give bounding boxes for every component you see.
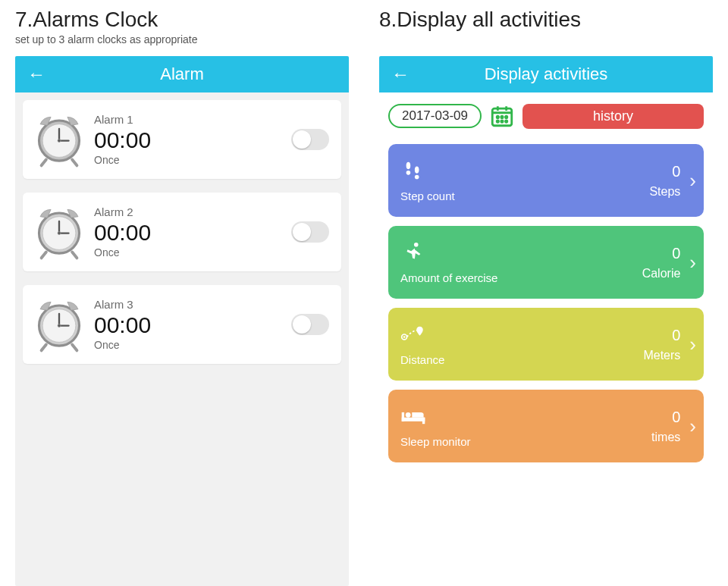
alarm-time: 00:00 bbox=[94, 127, 291, 152]
svg-point-25 bbox=[414, 242, 419, 246]
back-arrow-icon[interactable]: ← bbox=[391, 64, 410, 85]
svg-rect-30 bbox=[422, 417, 425, 424]
activity-value: 0 bbox=[649, 163, 680, 180]
svg-point-19 bbox=[497, 116, 498, 118]
activity-label: Sleep monitor bbox=[400, 435, 471, 448]
svg-point-20 bbox=[501, 116, 503, 118]
alarm-toggle[interactable] bbox=[291, 129, 329, 150]
alarm-repeat: Once bbox=[94, 154, 291, 166]
alarm-toggle[interactable] bbox=[291, 221, 329, 243]
activity-card-exercise[interactable]: Amount of exercise 0 Calorie › bbox=[388, 226, 704, 299]
chevron-right-icon: › bbox=[689, 169, 696, 193]
section-subtitle-alarm: set up to 3 alarm clocks as appropriate bbox=[15, 33, 349, 47]
alarm-name: Alarm 1 bbox=[94, 113, 291, 126]
alarm-toggle[interactable] bbox=[291, 314, 329, 335]
alarm-time: 00:00 bbox=[94, 312, 291, 337]
activities-topbar: ← Display activities bbox=[379, 56, 713, 92]
svg-point-4 bbox=[58, 139, 61, 143]
svg-point-23 bbox=[501, 121, 503, 122]
alarm-topbar: ← Alarm bbox=[15, 56, 349, 92]
alarm-time: 00:00 bbox=[94, 220, 291, 245]
activity-label: Amount of exercise bbox=[400, 271, 497, 284]
activity-value: 0 bbox=[643, 327, 680, 344]
activity-unit: Meters bbox=[643, 349, 680, 362]
section-title-activities: 8.Display all activities bbox=[379, 8, 713, 32]
activity-card-steps[interactable]: Step count 0 Steps › bbox=[388, 144, 704, 217]
chevron-right-icon: › bbox=[689, 251, 696, 274]
svg-rect-29 bbox=[402, 412, 404, 421]
chevron-right-icon: › bbox=[689, 333, 696, 356]
section-subtitle-activities bbox=[379, 33, 713, 47]
svg-point-24 bbox=[506, 121, 507, 122]
activities-topbar-title: Display activities bbox=[485, 64, 608, 84]
footprints-icon bbox=[400, 159, 455, 182]
svg-point-21 bbox=[506, 116, 507, 118]
activity-list: Step count 0 Steps › Amount of exercise … bbox=[379, 138, 713, 586]
section-title-alarm: 7.Alarms Clock bbox=[15, 8, 349, 32]
chevron-right-icon: › bbox=[689, 415, 696, 438]
history-button[interactable]: history bbox=[522, 104, 704, 129]
svg-point-14 bbox=[58, 324, 61, 327]
back-arrow-icon[interactable]: ← bbox=[27, 64, 46, 85]
alarm-repeat: Once bbox=[94, 339, 291, 351]
activity-card-distance[interactable]: Distance 0 Meters › bbox=[388, 308, 704, 381]
bed-icon bbox=[400, 405, 471, 428]
route-icon bbox=[400, 323, 444, 346]
activity-unit: Steps bbox=[649, 185, 680, 199]
activity-label: Distance bbox=[400, 353, 444, 366]
alarm-row[interactable]: Alarm 1 00:00 Once bbox=[23, 100, 341, 179]
date-picker[interactable]: 2017-03-09 bbox=[388, 104, 482, 128]
activity-card-sleep[interactable]: Sleep monitor 0 times › bbox=[388, 390, 704, 462]
alarm-clock-icon bbox=[29, 294, 89, 355]
svg-point-22 bbox=[497, 121, 498, 122]
alarm-repeat: Once bbox=[94, 246, 291, 259]
activity-value: 0 bbox=[642, 245, 681, 262]
activity-label: Step count bbox=[400, 190, 455, 202]
activity-value: 0 bbox=[651, 409, 680, 426]
alarm-clock-icon bbox=[29, 109, 89, 170]
activity-unit: Calorie bbox=[642, 267, 681, 280]
alarm-topbar-title: Alarm bbox=[160, 64, 203, 84]
activities-screen: ← Display activities 2017-03-09 history bbox=[379, 56, 713, 586]
alarm-row[interactable]: Alarm 3 00:00 Once bbox=[23, 285, 341, 364]
runner-icon bbox=[400, 241, 497, 264]
svg-point-31 bbox=[406, 412, 411, 417]
alarm-name: Alarm 2 bbox=[94, 205, 291, 218]
alarm-screen: ← Alarm bbox=[15, 56, 349, 586]
alarm-name: Alarm 3 bbox=[94, 298, 291, 311]
calendar-icon[interactable] bbox=[489, 103, 515, 129]
alarm-list: Alarm 1 00:00 Once bbox=[15, 92, 349, 371]
alarm-row[interactable]: Alarm 2 00:00 Once bbox=[23, 193, 341, 271]
svg-point-27 bbox=[403, 336, 406, 338]
activity-unit: times bbox=[651, 431, 680, 444]
svg-point-9 bbox=[58, 232, 61, 235]
alarm-clock-icon bbox=[29, 202, 89, 262]
svg-rect-28 bbox=[402, 417, 425, 421]
